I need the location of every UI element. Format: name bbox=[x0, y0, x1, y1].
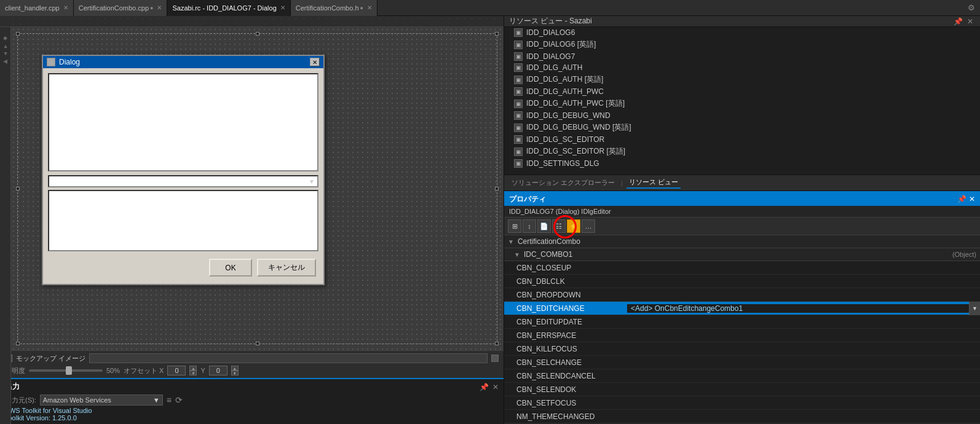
handle-tm[interactable] bbox=[256, 32, 259, 36]
resource-label: IDD_SETTINGS_DLG bbox=[526, 159, 599, 168]
resource-icon: ▣ bbox=[514, 63, 523, 72]
output-icon1[interactable]: ≡ bbox=[167, 395, 172, 405]
prop-name: CBN_SELENDOK bbox=[504, 385, 627, 394]
prop-toolbar-event-icon[interactable]: ☷ bbox=[552, 219, 566, 233]
prop-value-editchange-input[interactable] bbox=[627, 304, 969, 313]
properties-title: プロパティ bbox=[509, 194, 546, 205]
tab-certification-combo-h[interactable]: CertificationCombo.h ● ✕ bbox=[291, 0, 377, 16]
tab-sazabi-rc[interactable]: Sazabi.rc - IDD_DIALOG7 - Dialog ✕ bbox=[167, 0, 290, 16]
resource-item-idd-dlg-debug-wnd-en[interactable]: ▣ IDD_DLG_DEBUG_WND [英語] bbox=[504, 121, 980, 134]
mockup-scroll[interactable] bbox=[491, 355, 499, 362]
prop-toolbar-page-icon[interactable]: 📄 bbox=[537, 219, 551, 233]
offset-y-down[interactable]: ▼ bbox=[231, 371, 239, 375]
handle-bm[interactable] bbox=[256, 342, 259, 345]
prop-row-cbn-selendcancel[interactable]: CBN_SELENDCANCEL bbox=[504, 369, 980, 383]
offset-x-up[interactable]: ▲ bbox=[189, 366, 197, 371]
resource-item-idd-dlg-auth[interactable]: ▣ IDD_DLG_AUTH bbox=[504, 62, 980, 73]
dialog-close-button[interactable]: ✕ bbox=[310, 58, 320, 66]
resource-item-idd-dialog6[interactable]: ▣ IDD_DIALOG6 bbox=[504, 27, 980, 38]
dialog-canvas[interactable]: Dialog ✕ ▼ OK キャンセル bbox=[11, 27, 504, 350]
resource-item-idd-dlg-auth-pwc[interactable]: ▣ IDD_DLG_AUTH_PWC bbox=[504, 86, 980, 97]
resource-view-title: リソース ビュー - Sazabi bbox=[509, 16, 592, 26]
handle-ml[interactable] bbox=[16, 187, 20, 190]
prop-name: CBN_EDITCHANGE bbox=[504, 304, 627, 313]
resource-icon: ▣ bbox=[514, 135, 523, 144]
prop-name: NM_THEMECHANGED bbox=[504, 412, 627, 421]
offset-x-down[interactable]: ▼ bbox=[189, 371, 197, 375]
rv-pin-icon[interactable]: 📌 bbox=[953, 17, 963, 26]
resource-icon: ▣ bbox=[514, 100, 523, 108]
prop-row-cbn-selendok[interactable]: CBN_SELENDOK bbox=[504, 383, 980, 396]
prop-toolbar-more-icon[interactable]: … bbox=[582, 219, 595, 233]
offset-y-spinners: ▲ ▼ bbox=[231, 366, 239, 375]
prop-sub-title: IDD_DIALOG7 (Dialog) IDlgEditor bbox=[509, 208, 611, 215]
handle-br[interactable] bbox=[495, 342, 499, 345]
prop-toolbar-grid-icon[interactable]: ⊞ bbox=[508, 219, 521, 233]
resource-label: IDD_DLG_SC_EDITOR [英語] bbox=[526, 146, 625, 157]
right-panel: リソース ビュー - Sazabi 📌 ✕ ▣ IDD_DIALOG6 ▣ ID… bbox=[504, 16, 980, 424]
tab-close[interactable]: ✕ bbox=[367, 4, 372, 11]
output-line1: AWS Toolkit for Visual Studio Toolkit Ve… bbox=[5, 407, 499, 422]
offset-y-label: Y bbox=[200, 367, 205, 374]
handle-tl[interactable] bbox=[16, 32, 20, 36]
prop-row-cbn-dblclk[interactable]: CBN_DBLCLK bbox=[504, 275, 980, 288]
output-icon2[interactable]: ⟳ bbox=[175, 395, 183, 405]
prop-dropdown-btn[interactable]: ▼ bbox=[969, 302, 980, 315]
output-close-icon[interactable]: ✕ bbox=[492, 383, 499, 391]
rv-close-icon[interactable]: ✕ bbox=[965, 17, 975, 26]
prop-row-nm-themechanged[interactable]: NM_THEMECHANGED bbox=[504, 410, 980, 423]
offset-y-input[interactable] bbox=[209, 366, 227, 375]
output-pin-icon[interactable]: 📌 bbox=[480, 383, 489, 391]
resource-item-idd-dialog6-en[interactable]: ▣ IDD_DIALOG6 [英語] bbox=[504, 38, 980, 51]
offset-y-up[interactable]: ▲ bbox=[231, 366, 239, 371]
prop-section-certification-combo[interactable]: ▼ CertificationCombo bbox=[504, 235, 980, 248]
dialog-ok-button[interactable]: OK bbox=[209, 259, 252, 277]
solution-explorer-bar: ソリューション エクスプローラー | リソース ビュー bbox=[504, 175, 980, 191]
dialog-combo[interactable]: ▼ bbox=[48, 175, 318, 187]
dialog-area2[interactable] bbox=[48, 190, 318, 251]
solution-tab-explorer[interactable]: ソリューション エクスプローラー bbox=[509, 178, 617, 188]
resource-list[interactable]: ▣ IDD_DIALOG6 ▣ IDD_DIALOG6 [英語] ▣ IDD_D… bbox=[504, 27, 980, 175]
prop-row-cbn-dropdown[interactable]: CBN_DROPDOWN bbox=[504, 288, 980, 302]
dialog-listbox[interactable] bbox=[48, 73, 318, 171]
prop-row-cbn-selchange[interactable]: CBN_SELCHANGE bbox=[504, 356, 980, 369]
prop-row-cbn-killfocus[interactable]: CBN_KILLFOCUS bbox=[504, 342, 980, 356]
resource-item-idd-dlg-sc-editor[interactable]: ▣ IDD_DLG_SC_EDITOR bbox=[504, 134, 980, 145]
prop-section-idc-combo1[interactable]: ▼ IDC_COMBO1 (Object) bbox=[504, 248, 980, 261]
prop-name: CBN_SELENDCANCEL bbox=[504, 372, 627, 380]
tab-close[interactable]: ✕ bbox=[157, 4, 162, 11]
resource-icon: ▣ bbox=[514, 147, 523, 156]
prop-toolbar-sort-icon[interactable]: ↕ bbox=[523, 219, 536, 233]
tab-close[interactable]: ✕ bbox=[63, 4, 68, 11]
solution-tab-resource[interactable]: リソース ビュー bbox=[626, 177, 681, 189]
resource-item-idd-dlg-auth-en[interactable]: ▣ IDD_DLG_AUTH [英語] bbox=[504, 73, 980, 86]
offset-x-input[interactable] bbox=[167, 366, 186, 375]
tab-gear-icon[interactable]: ⚙ bbox=[963, 3, 980, 12]
resource-item-idd-dlg-debug-wnd[interactable]: ▣ IDD_DLG_DEBUG_WND bbox=[504, 110, 980, 121]
resource-icon: ▣ bbox=[514, 124, 523, 132]
prop-name: CBN_ERRSPACE bbox=[504, 331, 627, 340]
prop-row-cbn-errspace[interactable]: CBN_ERRSPACE bbox=[504, 329, 980, 342]
prop-toolbar-lightning-icon[interactable]: ⚡ bbox=[567, 219, 580, 233]
tab-client-handler[interactable]: client_handler.cpp ✕ bbox=[0, 0, 74, 16]
tab-certification-combo-cpp[interactable]: CertificationCombo.cpp ● ✕ bbox=[74, 0, 168, 16]
prop-row-cbn-editupdate[interactable]: CBN_EDITUPDATE bbox=[504, 315, 980, 329]
output-source-dropdown[interactable]: Amazon Web Services ▼ bbox=[40, 395, 163, 406]
resource-item-idd-dialog7[interactable]: ▣ IDD_DIALOG7 bbox=[504, 51, 980, 62]
tab-close[interactable]: ✕ bbox=[280, 4, 285, 11]
prop-pin-icon[interactable]: 📌 bbox=[957, 195, 966, 203]
prop-row-cbn-setfocus[interactable]: CBN_SETFOCUS bbox=[504, 396, 980, 410]
handle-tr[interactable] bbox=[495, 32, 499, 36]
mockup-path-input[interactable] bbox=[89, 353, 488, 363]
resource-item-idd-settings-dlg[interactable]: ▣ IDD_SETTINGS_DLG bbox=[504, 158, 980, 169]
handle-bl[interactable] bbox=[16, 342, 20, 345]
prop-row-cbn-closeup[interactable]: CBN_CLOSEUP bbox=[504, 261, 980, 275]
tab-label: Sazabi.rc - IDD_DIALOG7 - Dialog bbox=[172, 4, 276, 12]
resource-item-idd-dlg-auth-pwc-en[interactable]: ▣ IDD_DLG_AUTH_PWC [英語] bbox=[504, 97, 980, 110]
prop-row-cbn-editchange[interactable]: CBN_EDITCHANGE ▼ bbox=[504, 302, 980, 315]
transparency-slider[interactable] bbox=[29, 369, 103, 372]
resource-item-idd-dlg-sc-editor-en[interactable]: ▣ IDD_DLG_SC_EDITOR [英語] bbox=[504, 145, 980, 158]
handle-mr[interactable] bbox=[495, 187, 499, 190]
prop-close-icon[interactable]: ✕ bbox=[969, 195, 975, 203]
dialog-cancel-button[interactable]: キャンセル bbox=[257, 259, 316, 277]
